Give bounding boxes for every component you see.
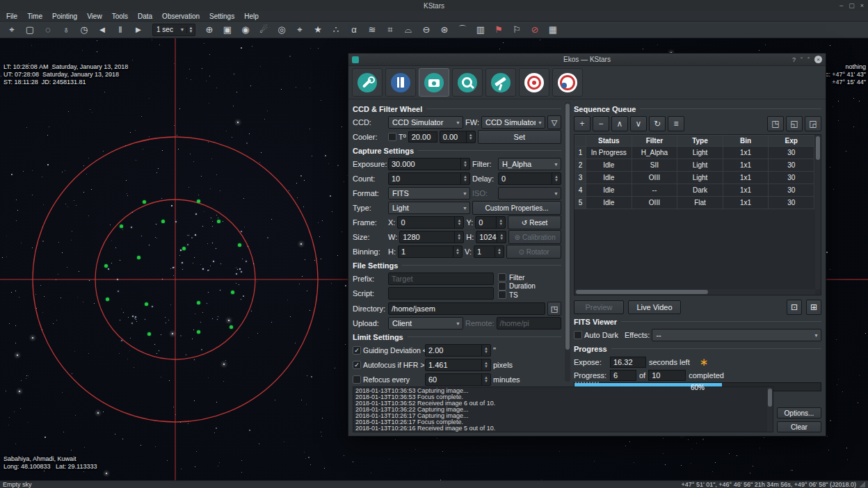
ekos-tab-scheduler[interactable] [385,68,416,97]
ekos-tab-focus[interactable] [452,68,483,97]
flag-icon[interactable]: ⚑ [490,23,508,37]
spin-arrows-icon[interactable]: ▲▼ [454,217,463,228]
count-spinbox[interactable]: 10 ▲▼ [388,172,470,185]
reset-queue-icon[interactable]: ↻ [649,116,666,131]
menu-item[interactable]: View [82,11,107,21]
options-button[interactable]: Options... [777,407,821,418]
spin-arrows-icon[interactable]: ▲▼ [495,246,504,257]
help-icon[interactable]: ? [792,56,796,63]
shade-icon[interactable]: ˇ [801,56,803,63]
job-up-icon[interactable]: ∧ [611,116,628,131]
milky-way-icon[interactable]: ≋ [363,23,381,37]
ekos-close-icon[interactable]: × [814,56,822,63]
menu-item[interactable]: Help [239,11,264,21]
fullscreen-icon[interactable]: ⊡ [787,300,802,315]
time-advance-icon[interactable]: ► [129,23,147,37]
fov-symbol-icon[interactable]: ▢ [21,23,39,37]
spin-arrows-icon[interactable]: ▲▼ [496,217,505,228]
supernova-icon[interactable]: ⊘ [526,23,544,37]
menu-item[interactable]: Data [133,11,157,21]
menu-item[interactable]: Tools [107,11,133,21]
center-crosshair-icon[interactable]: ⌖ [291,23,309,37]
capture-log[interactable]: 2018-01-13T10:36:53 Capturing image...20… [353,387,773,432]
log-scrollbar[interactable] [767,387,773,432]
solar-system-icon[interactable]: ◉ [236,23,255,37]
time-reverse-icon[interactable]: ◄ [93,23,111,37]
limit-checkbox[interactable]: ✓ [353,361,361,369]
reset-frame-button[interactable]: ↺ Reset [508,215,561,229]
time-to-now-icon[interactable]: ◷ [75,23,93,37]
limit-checkbox[interactable]: ✓ [353,346,361,355]
queue-horizontal-scrollbar[interactable] [574,289,815,295]
geolocation-icon[interactable]: ♁ [57,23,75,37]
details-icon[interactable]: ⊞ [806,300,821,315]
binning-h-spinbox[interactable]: 1 ▲▼ [398,245,463,258]
sequence-job-row[interactable]: 2 Idle SII Light 1x1 30 [575,159,814,172]
open-sequence-icon[interactable]: ◳ [767,116,784,131]
spin-arrows-icon[interactable]: ▲▼ [497,231,506,243]
capture-panel-scrollbar[interactable] [565,102,570,382]
coordinate-grid-icon[interactable]: ⌗ [381,23,399,37]
remove-job-icon[interactable]: − [593,116,609,131]
column-header[interactable]: Filter [632,136,677,147]
flag-outline-icon[interactable]: ⚐ [508,23,526,37]
horizontal-grid-icon[interactable]: ⊖ [417,23,435,37]
sequence-job-row[interactable]: 1 In Progress H_Alpha Light 1x1 30 [575,147,814,159]
frame-type-combobox[interactable]: Light ▼ [388,202,470,214]
column-header[interactable]: Exp [769,136,814,147]
custom-properties-button[interactable]: Custom Properties... [472,201,561,215]
sequence-queue-table[interactable]: StatusFilterTypeBinExp 1 In Progress H_A… [574,135,814,209]
live-video-button[interactable]: Live Video [628,300,681,314]
delay-spinbox[interactable]: 0 ▲▼ [498,172,561,185]
spin-arrows-icon[interactable]: ▲▼ [466,131,475,143]
queue-vertical-scrollbar[interactable] [815,135,821,289]
maximize-icon[interactable]: ▢ [849,2,855,9]
frame-x-spinbox[interactable]: 0 ▲▼ [397,216,464,229]
spin-arrows-icon[interactable]: ▲▼ [460,158,469,170]
ekos-tab-mount[interactable] [485,68,516,97]
script-input[interactable] [388,287,494,300]
ccd-combobox[interactable]: CCD Simulator ▼ [388,116,463,129]
comets-icon[interactable]: ☄ [255,23,273,37]
prefix-ts-checkbox[interactable] [498,291,506,299]
sequence-job-row[interactable]: 3 Idle OIII Light 1x1 30 [575,172,814,184]
horizon-icon[interactable]: ⌓ [399,23,417,37]
spin-arrows-icon[interactable]: ▲▼ [454,231,463,243]
menu-item[interactable]: Settings [204,11,239,21]
lock-position-icon[interactable]: ⊛ [435,23,453,37]
limit-spinbox[interactable]: 1.461 ▲▼ [425,359,491,371]
ekos-tab-capture[interactable] [419,68,449,97]
job-down-icon[interactable]: ∨ [630,116,647,131]
exposure-spinbox[interactable]: 30.000 ▲▼ [388,158,470,170]
save-sequence-icon[interactable]: ◱ [786,116,803,131]
stars-icon[interactable]: ★ [309,23,327,37]
filter-combobox[interactable]: H_Alpha ▼ [498,158,561,170]
menu-item[interactable]: Time [22,11,47,21]
pointing-icon[interactable]: ⌖ [3,23,21,37]
menu-item[interactable]: File [1,11,22,21]
hips-overlay-icon[interactable]: ▦ [544,23,562,37]
set-temperature-button[interactable]: Set [478,130,561,144]
ekos-tab-align[interactable] [552,68,583,97]
menu-item[interactable]: Pointing [47,11,82,21]
spin-arrows-icon[interactable]: ▲▼ [460,173,469,184]
browse-directory-button[interactable]: ◳ [547,302,561,316]
telescope-control-icon[interactable]: ⌒ [453,23,472,37]
find-object-icon[interactable]: ◌ [39,23,57,37]
spin-arrows-icon[interactable]: ▲▼ [453,246,462,257]
sequence-job-row[interactable]: 5 Idle OIII Flat 1x1 30 [575,197,814,209]
filter-wheel-combobox[interactable]: CCD Simulator ▼ [481,116,545,129]
equatorial-grid-icon[interactable]: ⊕ [200,23,218,37]
add-job-icon[interactable]: + [574,116,590,131]
constellation-names-icon[interactable]: α [345,23,363,37]
prefix-duration-checkbox[interactable] [498,282,506,291]
filter-manager-button[interactable]: ▽ [547,115,561,129]
ekos-tab-setup[interactable] [352,68,383,97]
binning-v-spinbox[interactable]: 1 ▲▼ [474,245,504,258]
limit-spinbox[interactable]: 2.00 ▲▼ [425,344,491,357]
ekos-titlebar[interactable]: Ekos — KStars ? ˇ ˆ × [348,54,826,66]
column-header[interactable]: Status [586,136,632,147]
upload-combobox[interactable]: Client ▼ [388,317,463,330]
unshade-icon[interactable]: ˆ [807,56,810,63]
spin-arrows-icon[interactable]: ▲▼ [552,173,561,184]
